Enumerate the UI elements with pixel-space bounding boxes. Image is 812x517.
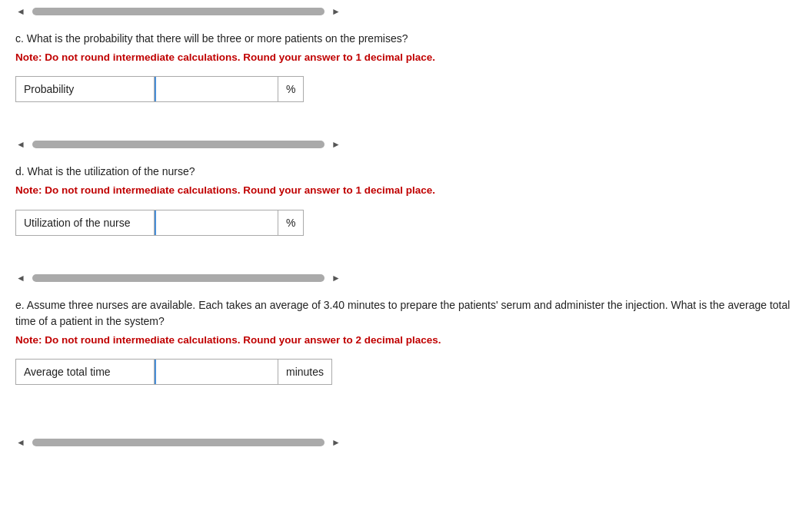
scrollbar-e-row: ◄ ►	[0, 267, 812, 290]
scrollbar-e-track[interactable]	[32, 274, 324, 282]
unit-c: %	[278, 77, 304, 102]
scroll-right-bottom[interactable]: ►	[331, 437, 341, 448]
scrollbar-bottom-row: ◄ ►	[0, 431, 812, 454]
scroll-left-e[interactable]: ◄	[15, 273, 26, 283]
unit-d: %	[278, 210, 304, 235]
question-e-text: e. Assume three nurses are available. Ea…	[15, 297, 797, 330]
label-utilization: Utilization of the nurse	[16, 210, 155, 235]
question-e-note: Note: Do not round intermediate calculat…	[15, 333, 797, 348]
unit-e: minutes	[278, 359, 332, 384]
scrollbar-bottom-track[interactable]	[32, 439, 324, 446]
scrollbar-d-track[interactable]	[32, 141, 324, 148]
question-d-text: d. What is the utilization of the nurse?	[15, 164, 797, 180]
average-total-time-input[interactable]	[155, 360, 278, 384]
question-c-note: Note: Do not round intermediate calculat…	[15, 50, 797, 65]
page-container: ◄ ► c. What is the probability that ther…	[0, 0, 812, 454]
answer-table-d: Utilization of the nurse %	[15, 210, 304, 236]
question-c-text: c. What is the probability that there wi…	[15, 31, 797, 47]
section-d: d. What is the utilization of the nurse?…	[0, 156, 812, 250]
input-cell-c	[155, 77, 278, 102]
scrollbar-c-row: ◄ ►	[0, 0, 812, 23]
label-average-time: Average total time	[16, 359, 155, 384]
scroll-right-c[interactable]: ►	[331, 6, 341, 17]
scrollbar-c-track[interactable]	[32, 8, 324, 15]
utilization-input[interactable]	[155, 210, 278, 235]
scroll-left-d[interactable]: ◄	[15, 139, 26, 150]
scrollbar-d-row: ◄ ►	[0, 133, 812, 156]
input-cell-e	[155, 359, 278, 384]
section-e: e. Assume three nurses are available. Ea…	[0, 290, 812, 400]
scroll-right-d[interactable]: ►	[331, 139, 341, 150]
question-d-note: Note: Do not round intermediate calculat…	[15, 183, 797, 198]
input-cell-d	[155, 210, 278, 235]
probability-input[interactable]	[155, 77, 278, 101]
answer-table-e: Average total time minutes	[15, 359, 332, 385]
scroll-left-c[interactable]: ◄	[15, 6, 26, 17]
section-c: c. What is the probability that there wi…	[0, 23, 812, 118]
scroll-left-bottom[interactable]: ◄	[15, 437, 26, 448]
label-probability: Probability	[16, 77, 155, 102]
scroll-right-e[interactable]: ►	[331, 273, 341, 283]
answer-table-c: Probability %	[15, 76, 304, 102]
